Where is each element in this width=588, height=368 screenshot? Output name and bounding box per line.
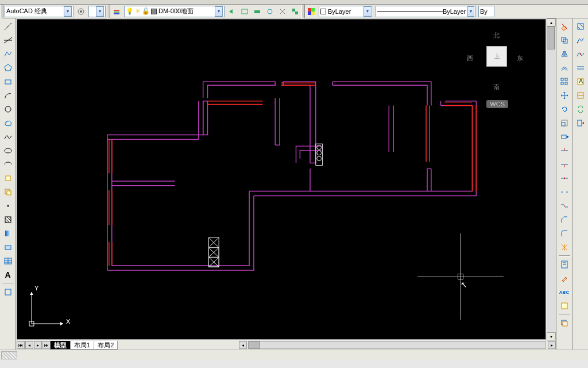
insert-block-tool[interactable] bbox=[2, 172, 14, 185]
hatch-tool[interactable] bbox=[2, 213, 14, 226]
workspace-aux-dropdown[interactable]: ▾ bbox=[88, 6, 106, 17]
rectangle-tool[interactable] bbox=[2, 75, 14, 88]
chevron-down-icon[interactable]: ▾ bbox=[64, 6, 72, 17]
layout-tabs-bar: ⏮ ◂ ▸ ⏭ 模型 布局1 布局2 ◂ ▸ bbox=[16, 340, 556, 350]
tab-last-icon[interactable]: ⏭ bbox=[42, 341, 51, 349]
join-tool[interactable] bbox=[558, 200, 571, 212]
gradient-tool[interactable] bbox=[2, 227, 14, 240]
arc-tool[interactable] bbox=[2, 89, 14, 102]
region-tool[interactable] bbox=[2, 241, 14, 254]
copy-tool[interactable] bbox=[558, 34, 571, 47]
extend-tool[interactable] bbox=[558, 158, 571, 171]
revision-cloud-tool[interactable] bbox=[2, 117, 14, 129]
table-tool[interactable] bbox=[2, 255, 14, 267]
viewcube-west[interactable]: 西 bbox=[467, 54, 473, 63]
tab-layout2[interactable]: 布局2 bbox=[94, 341, 118, 350]
polyline-tool[interactable] bbox=[2, 48, 14, 60]
break-tool[interactable] bbox=[558, 186, 571, 198]
layer-state-icon[interactable] bbox=[239, 6, 250, 17]
explode-tool[interactable] bbox=[558, 241, 571, 254]
linetype-dropdown-value: ByLayer bbox=[443, 8, 466, 15]
ellipse-arc-tool[interactable] bbox=[2, 158, 14, 171]
hscroll-left-icon[interactable]: ◂ bbox=[239, 341, 247, 349]
layer-freeze-icon[interactable] bbox=[264, 6, 276, 17]
color-control-icon[interactable] bbox=[305, 6, 317, 17]
svg-rect-10 bbox=[308, 8, 311, 12]
properties-tool[interactable] bbox=[558, 258, 571, 271]
scroll-up-icon[interactable]: ▴ bbox=[547, 18, 556, 26]
color-dropdown[interactable]: ByLayer ▾ bbox=[319, 6, 373, 17]
layer-dropdown[interactable]: 💡 ☀ 🔓 DM-000地面 ▾ bbox=[124, 6, 225, 17]
layer-manager-icon[interactable] bbox=[111, 6, 122, 17]
fillet-tool[interactable] bbox=[558, 227, 571, 240]
toolbar-grip[interactable] bbox=[107, 5, 110, 18]
workspace-settings-icon[interactable] bbox=[75, 6, 87, 17]
chevron-down-icon[interactable]: ▾ bbox=[96, 6, 104, 17]
layer-iso-icon[interactable] bbox=[252, 6, 263, 17]
chevron-down-icon[interactable]: ▾ bbox=[363, 6, 372, 17]
rotate-tool[interactable] bbox=[558, 103, 571, 116]
extract-data-tool[interactable] bbox=[574, 117, 587, 129]
status-grip[interactable] bbox=[1, 351, 17, 359]
circle-tool[interactable] bbox=[2, 103, 14, 116]
chevron-down-icon[interactable]: ▾ bbox=[215, 6, 223, 17]
hscroll-right-icon[interactable]: ▸ bbox=[548, 341, 556, 349]
viewcube-east[interactable]: 东 bbox=[517, 54, 523, 63]
lineweight-dropdown[interactable]: By bbox=[478, 6, 494, 17]
draworder-tool[interactable] bbox=[558, 317, 571, 329]
tab-layout1[interactable]: 布局1 bbox=[70, 341, 94, 350]
move-tool[interactable] bbox=[558, 89, 571, 102]
hscroll-thumb[interactable] bbox=[249, 342, 260, 348]
sync-attr-tool[interactable] bbox=[574, 103, 587, 116]
viewcube-south[interactable]: 南 bbox=[493, 83, 500, 91]
text-tool[interactable]: A bbox=[2, 269, 14, 281]
horizontal-scrollbar[interactable] bbox=[248, 341, 546, 349]
layer-match-icon[interactable] bbox=[289, 6, 301, 17]
make-block-tool[interactable] bbox=[2, 186, 14, 198]
layer-previous-icon[interactable] bbox=[226, 6, 238, 17]
mirror-tool[interactable] bbox=[558, 48, 571, 60]
attedit-tool[interactable]: A bbox=[574, 75, 587, 88]
erase-tool[interactable] bbox=[558, 20, 571, 33]
chamfer-tool[interactable] bbox=[558, 213, 571, 226]
viewcube[interactable]: 北 南 西 东 上 bbox=[468, 32, 525, 95]
linetype-dropdown[interactable]: ByLayer ▾ bbox=[376, 6, 476, 17]
spline-edit-tool[interactable] bbox=[574, 48, 587, 60]
array-tool[interactable] bbox=[558, 75, 571, 88]
stretch-tool[interactable] bbox=[558, 131, 571, 143]
mline-edit-tool[interactable] bbox=[574, 62, 587, 74]
wcs-badge[interactable]: WCS bbox=[486, 100, 508, 108]
polygon-tool[interactable] bbox=[2, 62, 14, 74]
extra-tool[interactable] bbox=[2, 286, 14, 298]
drawing-canvas[interactable]: 北 南 西 东 上 WCS ↖ bbox=[17, 19, 546, 340]
viewcube-top-face[interactable]: 上 bbox=[486, 46, 507, 67]
viewcube-north[interactable]: 北 bbox=[493, 31, 500, 40]
point-tool[interactable] bbox=[2, 200, 14, 212]
match-properties-tool[interactable] bbox=[558, 272, 571, 285]
vertical-scrollbar[interactable]: ▴ ▾ bbox=[547, 18, 556, 340]
chevron-down-icon[interactable]: ▾ bbox=[467, 6, 474, 17]
offset-tool[interactable] bbox=[558, 62, 571, 74]
layer-off-icon[interactable] bbox=[277, 6, 288, 17]
tab-model[interactable]: 模型 bbox=[50, 341, 71, 350]
line-tool[interactable] bbox=[2, 20, 14, 33]
tab-prev-icon[interactable]: ◂ bbox=[25, 341, 33, 349]
tab-next-icon[interactable]: ▸ bbox=[34, 341, 42, 349]
workspace-dropdown[interactable]: AutoCAD 经典 ▾ bbox=[5, 6, 74, 17]
ellipse-tool[interactable] bbox=[2, 144, 14, 157]
toolbar-grip[interactable] bbox=[0, 5, 3, 18]
trim-tool[interactable] bbox=[558, 144, 571, 157]
vscroll-thumb[interactable] bbox=[547, 26, 555, 49]
scroll-down-icon[interactable]: ▾ bbox=[547, 332, 556, 340]
tab-first-icon[interactable]: ⏮ bbox=[17, 341, 25, 349]
toolbar-grip[interactable] bbox=[301, 5, 305, 18]
construction-line-tool[interactable] bbox=[2, 34, 14, 47]
pedit-tool[interactable] bbox=[574, 34, 587, 47]
spline-tool[interactable] bbox=[2, 131, 14, 143]
hatch-edit-tool[interactable] bbox=[574, 20, 587, 33]
block-attr-tool[interactable] bbox=[574, 89, 587, 102]
break-at-point-tool[interactable] bbox=[558, 172, 571, 185]
abc-tool[interactable]: ABC bbox=[558, 286, 571, 298]
scale-tool[interactable] bbox=[558, 117, 571, 129]
block-editor-tool[interactable] bbox=[558, 300, 571, 312]
